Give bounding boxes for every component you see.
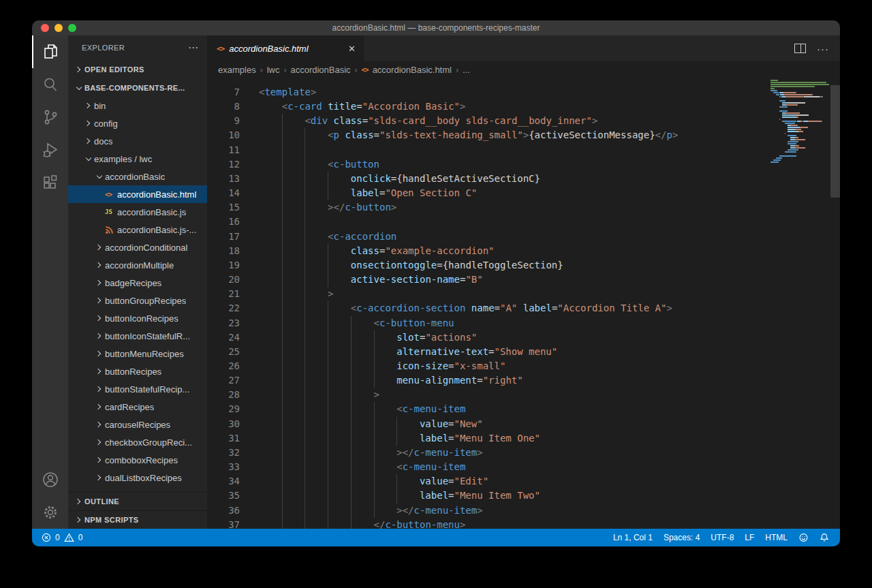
tree-item[interactable]: buttonIconStatefulR... <box>68 327 207 345</box>
activity-source-control-button[interactable] <box>32 101 68 134</box>
breadcrumb-item[interactable]: ... <box>463 65 470 75</box>
code-line[interactable]: 21> <box>207 287 840 301</box>
tree-item[interactable]: carouselRecipes <box>68 416 207 433</box>
npm-scripts-section-header[interactable]: NPM SCRIPTS <box>68 510 207 529</box>
close-tab-icon[interactable]: ✕ <box>347 44 357 54</box>
code-line[interactable]: 13onclick={handleSetActiveSectionC} <box>207 172 840 186</box>
code-line[interactable]: 12<c-button <box>207 157 840 172</box>
activity-run-debug-button[interactable] <box>32 134 68 166</box>
activity-extensions-button[interactable] <box>32 166 68 199</box>
tab-accordion-basic-html[interactable]: <> accordionBasic.html ✕ <box>207 35 364 61</box>
chevron-down-icon <box>83 153 94 164</box>
activity-search-button[interactable] <box>32 68 68 101</box>
warnings-icon[interactable] <box>64 533 74 542</box>
tree-item[interactable]: config <box>68 114 207 132</box>
tree-item[interactable]: accordionBasic.js-... <box>68 221 207 238</box>
code-line[interactable]: 22<c-accordion-section name="A" label="A… <box>207 301 840 315</box>
code-line[interactable]: 27menu-alignment="right" <box>207 373 840 388</box>
code-line[interactable]: 30value="New" <box>207 417 840 431</box>
line-number: 14 <box>207 186 240 200</box>
chevron-right-icon <box>94 277 105 288</box>
tree-item[interactable]: bin <box>68 97 207 114</box>
code-line[interactable]: 24slot="actions" <box>207 330 840 345</box>
tree-item[interactable]: JSaccordionBasic.js <box>68 203 207 221</box>
code-line[interactable]: 9<div class="slds-card__body slds-card__… <box>207 114 840 128</box>
code-line[interactable]: 17<c-accordion <box>207 230 840 244</box>
workspace-root-row[interactable]: BASE-COMPONENTS-RE... <box>68 79 207 97</box>
warnings-count[interactable]: 0 <box>78 533 83 542</box>
eol-sequence[interactable]: LF <box>745 533 754 542</box>
tree-item[interactable]: buttonIconRecipes <box>68 309 207 327</box>
close-window-button[interactable] <box>41 24 49 32</box>
activity-accounts-button[interactable] <box>32 463 68 496</box>
open-editors-section-header[interactable]: OPEN EDITORS <box>68 60 207 79</box>
minimap[interactable] <box>770 80 829 164</box>
breadcrumb-item[interactable]: accordionBasic.html <box>373 65 452 75</box>
notifications-bell-icon[interactable] <box>820 533 829 542</box>
code-line[interactable]: 10<p class="slds-text-heading_small">{ac… <box>207 128 840 142</box>
code-line[interactable]: 18class="example-accordion" <box>207 244 840 258</box>
tree-item[interactable]: <>accordionBasic.html <box>68 185 207 203</box>
code-line[interactable]: 36></c-menu-item> <box>207 504 840 518</box>
tree-item[interactable]: badgeRecipes <box>68 274 207 292</box>
zoom-window-button[interactable] <box>68 24 76 32</box>
indentation[interactable]: Spaces: 4 <box>664 533 700 542</box>
tree-item[interactable]: dualListboxRecipes <box>68 469 207 486</box>
code-line[interactable]: 33<c-menu-item <box>207 460 840 474</box>
split-editor-icon[interactable] <box>794 44 806 53</box>
tree-item[interactable]: formattedDateTime <box>68 486 207 492</box>
code-line[interactable]: 16 <box>207 215 840 229</box>
tree-item[interactable]: accordionBasic <box>68 168 207 185</box>
feedback-icon[interactable] <box>798 533 809 542</box>
code-line[interactable]: 35label="Menu Item Two" <box>207 489 840 503</box>
minimize-window-button[interactable] <box>54 24 63 32</box>
errors-icon[interactable] <box>42 533 51 542</box>
tree-item[interactable]: examples / lwc <box>68 150 207 168</box>
code-line[interactable]: 15></c-button> <box>207 200 840 215</box>
breadcrumb-item[interactable]: examples <box>218 65 256 75</box>
tree-item[interactable]: comboboxRecipes <box>68 451 207 469</box>
encoding[interactable]: UTF-8 <box>711 533 734 542</box>
code-line[interactable]: 19onsectiontoggle={handleToggleSection} <box>207 258 840 273</box>
breadcrumb-item[interactable]: lwc <box>267 65 280 75</box>
cursor-position[interactable]: Ln 1, Col 1 <box>613 533 653 542</box>
code-line[interactable]: 32></c-menu-item> <box>207 446 840 460</box>
code-line[interactable]: 8<c-card title="Accordion Basic"> <box>207 99 840 114</box>
code-line[interactable]: 28> <box>207 388 840 402</box>
code-line[interactable]: 29<c-menu-item <box>207 402 840 416</box>
code-line[interactable]: 37</c-button-menu> <box>207 518 840 529</box>
tree-item[interactable]: checkboxGroupReci... <box>68 433 207 451</box>
chevron-right-icon <box>94 401 105 412</box>
tree-item[interactable]: docs <box>68 132 207 150</box>
line-number: 28 <box>207 388 240 402</box>
more-actions-icon[interactable]: ··· <box>817 43 829 55</box>
sidebar-more-actions-button[interactable]: ⋯ <box>188 42 199 54</box>
code-line[interactable]: 14label="Open Section C" <box>207 186 840 200</box>
code-line[interactable]: 7<template> <box>207 85 840 99</box>
code-line[interactable]: 31label="Menu Item One" <box>207 431 840 446</box>
tree-item-label: buttonGroupRecipes <box>105 296 186 306</box>
outline-section-header[interactable]: OUTLINE <box>68 492 207 510</box>
code-line[interactable]: 26icon-size="x-small" <box>207 359 840 373</box>
vertical-scrollbar[interactable] <box>830 85 840 198</box>
tree-item[interactable]: buttonRecipes <box>68 362 207 380</box>
code-line[interactable]: 11 <box>207 143 840 157</box>
tree-item[interactable]: accordionConditional <box>68 238 207 256</box>
tree-item[interactable]: accordionMultiple <box>68 256 207 274</box>
code-line[interactable]: 25alternative-text="Show menu" <box>207 345 840 359</box>
tree-item[interactable]: buttonGroupRecipes <box>68 292 207 309</box>
tree-item[interactable]: cardRecipes <box>68 398 207 416</box>
activity-explorer-button[interactable] <box>32 35 68 68</box>
tree-item[interactable]: buttonMenuRecipes <box>68 345 207 362</box>
code-editor[interactable]: 7<template>8<c-card title="Accordion Bas… <box>207 78 840 529</box>
errors-count[interactable]: 0 <box>55 533 60 542</box>
tree-item[interactable]: buttonStatefulRecip... <box>68 380 207 398</box>
breadcrumb-item[interactable]: accordionBasic <box>290 65 350 75</box>
code-line[interactable]: 20active-section-name="B" <box>207 273 840 287</box>
code-line[interactable]: 23<c-button-menu <box>207 316 840 330</box>
title-bar[interactable]: accordionBasic.html — base-components-re… <box>32 20 840 35</box>
activity-settings-button[interactable] <box>32 496 68 529</box>
status-bar: 0 0 Ln 1, Col 1 Spaces: 4 UTF-8 LF HTML <box>32 529 840 546</box>
language-mode[interactable]: HTML <box>765 533 788 542</box>
code-line[interactable]: 34value="Edit" <box>207 474 840 489</box>
